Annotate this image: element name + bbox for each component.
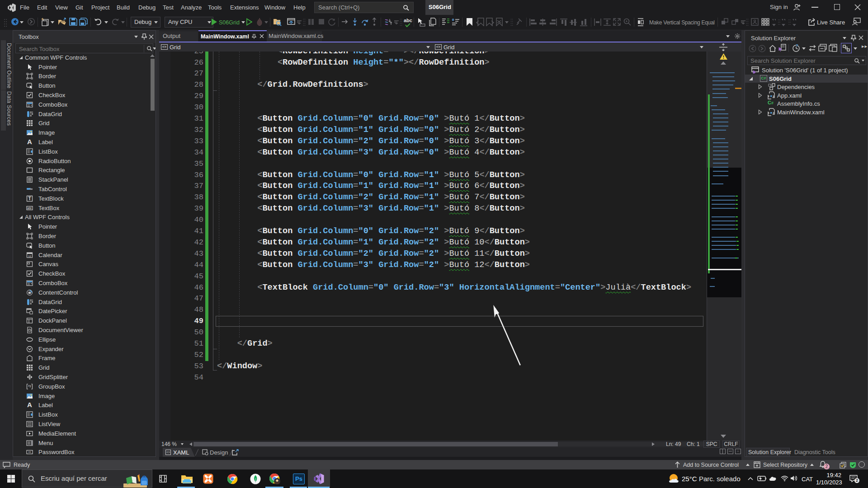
svg-text:**: ** — [28, 450, 31, 455]
svg-text:abl: abl — [27, 206, 32, 210]
svg-text:12: 12 — [28, 255, 31, 258]
svg-text:T: T — [28, 196, 31, 201]
svg-text:xy: xy — [28, 384, 32, 388]
